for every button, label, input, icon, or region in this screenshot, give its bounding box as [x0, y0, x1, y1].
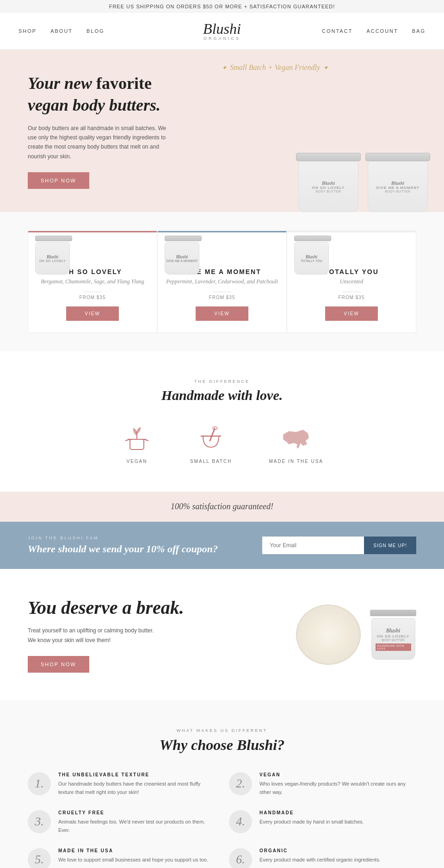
email-headline: Where should we send your 10% off coupon…	[28, 543, 218, 555]
hero-cta-button[interactable]: SHOP NOW	[28, 172, 89, 189]
nav-blog[interactable]: BLOG	[86, 28, 105, 34]
nav-about[interactable]: ABOUT	[50, 28, 73, 34]
logo-name: Blushi	[203, 21, 241, 36]
reason-desc-4: Every product made by hand in small batc…	[259, 818, 364, 826]
reason-6: 6. ORGANIC Every product made with certi…	[229, 848, 416, 868]
product-scents-3: Unscented	[340, 278, 364, 285]
svg-rect-0	[130, 439, 144, 450]
email-text: JOIN THE BLUSHI FAM Where should we send…	[28, 536, 218, 555]
hero-jar-2: Blushi GIVE ME A MOMENT BODY BUTTER	[365, 153, 430, 212]
reason-content-6: ORGANIC Every product made with certifie…	[259, 848, 381, 864]
reason-number-2: 2.	[229, 772, 252, 795]
reason-number-3: 3.	[28, 810, 51, 833]
products-section: Blushi OH SO LOVELY OH SO LOVELY Bergamo…	[0, 212, 444, 351]
reason-2: 2. VEGAN Who loves vegan-friendly produc…	[229, 772, 416, 796]
small-jar-lid	[370, 610, 416, 616]
hero-headline-normal: Your new	[28, 74, 96, 93]
reason-title-4: HANDMADE	[259, 810, 364, 815]
accent-line-1	[28, 231, 157, 232]
reason-3: 3. CRUELTY FREE Animals have feelings to…	[28, 810, 215, 834]
reason-4: 4. HANDMADE Every product made by hand i…	[229, 810, 416, 834]
product-card-2: Blushi GIVE ME A MOMENT GIVE ME A MOMENT…	[157, 231, 287, 333]
nav-bag[interactable]: BAG	[412, 28, 426, 34]
nav-contact[interactable]: CONTACT	[322, 28, 352, 34]
why-section: WHAT MAKES US DIFFERENT Why choose Blush…	[0, 700, 444, 868]
reason-desc-1: Our handmade body butters have the cream…	[58, 780, 215, 796]
site-logo[interactable]: Blushi ORGANICS	[203, 21, 241, 41]
product-view-3[interactable]: VIEW	[325, 306, 378, 321]
closed-jar-body: Blushi OH SO LOVELY BODY BUTTER HANDMADE…	[371, 618, 415, 660]
hero-headline: Your new favorite vegan body butters.	[28, 73, 222, 116]
difference-sub-label: THE DIFFERENCE	[18, 379, 426, 384]
sparkle-left: ✦	[222, 64, 227, 72]
usa-label: MADE IN THE USA	[269, 459, 323, 464]
reason-desc-5: We love to support small businesses and …	[58, 856, 208, 864]
reason-content-4: HANDMADE Every product made by hand in s…	[259, 810, 364, 826]
reason-content-3: CRUELTY FREE Animals have feelings too. …	[58, 810, 215, 834]
accent-line-2	[158, 231, 286, 232]
guarantee-text: 100% satisfaction guaranteed!	[10, 502, 434, 512]
reason-title-6: ORGANIC	[259, 848, 381, 853]
badge-text: Small Batch + Vegan Friendly	[230, 63, 320, 72]
email-input[interactable]	[262, 537, 364, 554]
product-view-2[interactable]: VIEW	[196, 306, 248, 321]
break-headline: You deserve a break.	[28, 597, 204, 618]
reason-title-5: MADE IN THE USA	[58, 848, 208, 853]
product-scents-1: Bergamot, Chamomile, Sage, and Ylang Yla…	[41, 278, 144, 285]
small-batch-label: SMALL BATCH	[190, 459, 232, 464]
why-headline: Why choose Blushi?	[28, 737, 416, 754]
reason-1: 1. THE UNBELIEVABLE TEXTURE Our handmade…	[28, 772, 215, 796]
guarantee-banner: 100% satisfaction guaranteed!	[0, 492, 444, 522]
product-card-3: Blushi TOTALLY YOU TOTALLY YOU Unscented…	[287, 231, 416, 333]
reason-title-1: THE UNBELIEVABLE TEXTURE	[58, 772, 215, 777]
join-label: JOIN THE BLUSHI FAM	[28, 536, 218, 540]
difference-headline: Handmade with love.	[18, 387, 426, 403]
reason-title-3: CRUELTY FREE	[58, 810, 215, 815]
product-view-1[interactable]: VIEW	[66, 306, 119, 321]
vegan-icon	[121, 422, 153, 454]
reason-number-1: 1.	[28, 772, 51, 795]
nav-links-left: SHOP ABOUT BLOG	[18, 28, 189, 34]
price-divider-1	[83, 292, 102, 292]
open-jar-inner	[305, 614, 352, 656]
why-sub-label: WHAT MAKES US DIFFERENT	[28, 728, 416, 733]
mortar-icon	[195, 422, 227, 454]
break-cta-button[interactable]: SHOP NOW	[28, 656, 89, 673]
product-price-2: FROM $35	[209, 295, 235, 300]
hero-section: ✦ Small Batch + Vegan Friendly ✦ Your ne…	[0, 50, 444, 212]
reason-content-1: THE UNBELIEVABLE TEXTURE Our handmade bo…	[58, 772, 215, 796]
product-jar-3: Blushi TOTALLY YOU	[294, 236, 331, 275]
reason-number-5: 5.	[28, 848, 51, 868]
product-price-3: FROM $35	[339, 295, 365, 300]
jar-body-1: Blushi OH SO LOVELY BODY BUTTER	[298, 161, 358, 212]
reason-5: 5. MADE IN THE USA We love to support sm…	[28, 848, 215, 868]
reason-desc-3: Animals have feelings too. We'd never te…	[58, 818, 215, 834]
reason-number-6: 6.	[229, 848, 252, 868]
jar-lid-1	[296, 153, 361, 161]
product-card-1: Blushi OH SO LOVELY OH SO LOVELY Bergamo…	[28, 231, 157, 333]
email-signup-section: JOIN THE BLUSHI FAM Where should we send…	[0, 522, 444, 569]
hero-headline-rest: vegan body butters.	[28, 96, 160, 114]
closed-jar-container: Blushi OH SO LOVELY BODY BUTTER HANDMADE…	[370, 610, 416, 660]
svg-line-6	[210, 429, 215, 441]
signup-button[interactable]: SIGN ME UP!	[364, 537, 416, 554]
banner-text: FREE US SHIPPING ON ORDERS $50 OR MORE +…	[109, 4, 335, 9]
nav-links-right: CONTACT ACCOUNT BAG	[255, 28, 426, 34]
sparkle-right: ✦	[323, 64, 328, 72]
jar-lid-2	[365, 153, 430, 161]
nav-account[interactable]: ACCOUNT	[366, 28, 398, 34]
break-description: Treat yourself to an uplifting or calmin…	[28, 626, 204, 645]
price-divider-2	[213, 292, 231, 292]
jar-body-2: Blushi GIVE ME A MOMENT BODY BUTTER	[368, 161, 428, 212]
reason-desc-2: Who loves vegan-friendly products? We wo…	[259, 780, 416, 796]
navigation: SHOP ABOUT BLOG Blushi ORGANICS CONTACT …	[0, 13, 444, 50]
hero-headline-bold: favorite	[96, 74, 152, 93]
product-price-1: FROM $35	[80, 295, 106, 300]
email-form: SIGN ME UP!	[262, 537, 416, 554]
product-jar-1: Blushi OH SO LOVELY	[35, 236, 72, 275]
nav-shop[interactable]: SHOP	[18, 28, 37, 34]
icon-usa: MADE IN THE USA	[269, 422, 323, 464]
reason-desc-6: Every product made with certified organi…	[259, 856, 381, 864]
reasons-grid: 1. THE UNBELIEVABLE TEXTURE Our handmade…	[28, 772, 416, 868]
break-section: You deserve a break. Treat yourself to a…	[0, 569, 444, 700]
